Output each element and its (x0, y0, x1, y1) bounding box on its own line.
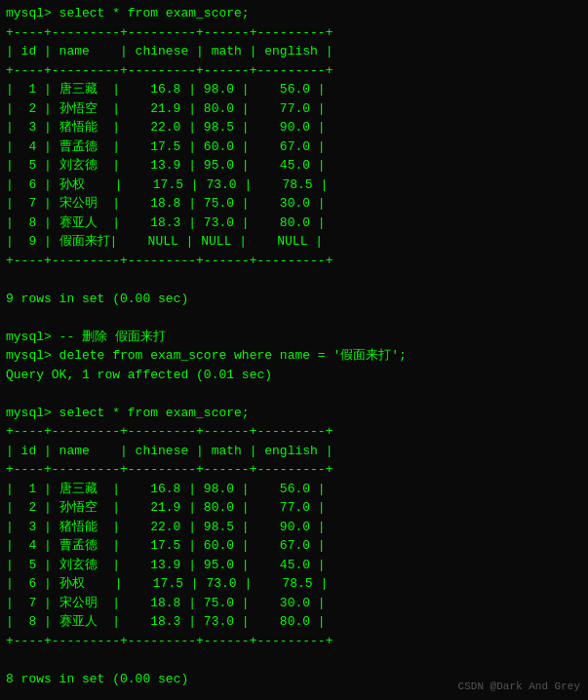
table-row: | 5 | 刘玄德 | 13.9 | 95.0 | 45.0 | (6, 556, 582, 575)
table-row: | 2 | 孙悟空 | 21.9 | 80.0 | 77.0 | (6, 498, 582, 518)
table1-sep-bot: +----+---------+---------+------+-------… (6, 252, 582, 271)
table1-sep-top: +----+---------+---------+------+-------… (6, 23, 582, 43)
blank1 (6, 308, 582, 328)
table1-sep-mid: +----+---------+---------+------+-------… (6, 61, 582, 81)
rows1-count (6, 270, 582, 290)
query2-prompt: mysql> select * from exam_score; (6, 404, 582, 423)
table-row: | 3 | 猪悟能 | 22.0 | 98.5 | 90.0 | (6, 518, 582, 537)
table-row: | 4 | 曹孟德 | 17.5 | 60.0 | 67.0 | (6, 536, 582, 556)
table-row: | 7 | 宋公明 | 18.8 | 75.0 | 30.0 | (6, 194, 582, 214)
prompt2: mysql> (6, 406, 59, 420)
query1-text: select * from exam_score; (59, 6, 250, 20)
table-row: | 9 | 假面来打| NULL | NULL | NULL | (6, 232, 582, 252)
table-row: | 5 | 刘玄德 | 13.9 | 95.0 | 45.0 | (6, 156, 582, 175)
query-ok-line: Query OK, 1 row affected (0.01 sec) (6, 366, 582, 385)
table-row: | 8 | 赛亚人 | 18.3 | 73.0 | 80.0 | (6, 214, 582, 233)
table1-header: | id | name | chinese | math | english | (6, 42, 582, 61)
query1-prompt: mysql> select * from exam_score; (6, 4, 582, 23)
rows2-count-space (6, 650, 582, 670)
table-row: | 7 | 宋公明 | 18.8 | 75.0 | 30.0 | (6, 594, 582, 613)
terminal-window: mysql> select * from exam_score; +----+-… (6, 4, 582, 700)
table2-rows: | 1 | 唐三藏 | 16.8 | 98.0 | 56.0 || 2 | 孙悟… (6, 480, 582, 632)
table-row: | 2 | 孙悟空 | 21.9 | 80.0 | 77.0 | (6, 99, 582, 119)
table1-rows: | 1 | 唐三藏 | 16.8 | 98.0 | 56.0 || 2 | 孙悟… (6, 80, 582, 252)
delete-query-line: mysql> delete from exam_score where name… (6, 346, 582, 366)
table2-sep-top: +----+---------+---------+------+-------… (6, 422, 582, 442)
table-row: | 1 | 唐三藏 | 16.8 | 98.0 | 56.0 | (6, 480, 582, 499)
prompt1: mysql> (6, 6, 59, 20)
table-row: | 6 | 孙权 | 17.5 | 73.0 | 78.5 | (6, 175, 582, 195)
table2-sep-bot: +----+---------+---------+------+-------… (6, 632, 582, 651)
table-row: | 4 | 曹孟德 | 17.5 | 60.0 | 67.0 | (6, 137, 582, 157)
watermark-text: CSDN @Dark And Grey (458, 681, 580, 692)
table2-sep-mid: +----+---------+---------+------+-------… (6, 460, 582, 480)
table-row: | 8 | 赛亚人 | 18.3 | 73.0 | 80.0 | (6, 612, 582, 632)
table-row: | 6 | 孙权 | 17.5 | 73.0 | 78.5 | (6, 574, 582, 594)
rows1-count-text: 9 rows in set (0.00 sec) (6, 290, 582, 309)
query2-text: select * from exam_score; (59, 406, 250, 420)
table2-header: | id | name | chinese | math | english | (6, 442, 582, 461)
table-row: | 3 | 猪悟能 | 22.0 | 98.5 | 90.0 | (6, 118, 582, 137)
blank2 (6, 384, 582, 404)
table-row: | 1 | 唐三藏 | 16.8 | 98.0 | 56.0 | (6, 80, 582, 99)
comment-line: mysql> -- 删除 假面来打 (6, 328, 582, 347)
